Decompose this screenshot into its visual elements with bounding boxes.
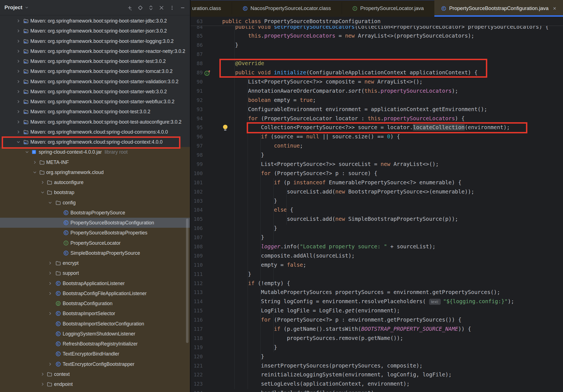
code-line-119[interactable]: 119 } [191, 343, 563, 352]
code-line-121[interactable]: 121 insertPropertySources(propertySource… [191, 361, 563, 371]
tree-row-maven-org-springframework-cloud-spring-c[interactable]: Maven: org.springframework.cloud:spring-… [0, 127, 190, 137]
chevron-right-icon[interactable] [16, 109, 21, 114]
tree-scrollbar[interactable] [186, 219, 189, 343]
code-line-89[interactable]: 89I public void initialize(ConfigurableA… [191, 68, 563, 77]
tree-row-bootstrapconfiguration[interactable]: @BootstrapConfiguration [0, 298, 190, 308]
implements-method-icon[interactable]: I [204, 70, 211, 79]
code-editor[interactable]: 84 public void setPropertySourceLocators… [191, 17, 563, 392]
chevron-down-icon[interactable] [25, 150, 30, 155]
code-line-115[interactable]: 115 LogFile logFile = LogFile.get(enviro… [191, 306, 563, 315]
close-icon[interactable]: × [553, 6, 556, 11]
code-line-104[interactable]: 104 else { [191, 205, 563, 215]
code-line-96[interactable]: 96 if (source == null || source.size() =… [191, 132, 563, 141]
more-options-icon[interactable] [169, 4, 175, 11]
hide-panel-icon[interactable] [179, 4, 186, 11]
code-line-99[interactable]: 99 List<PropertySource<?>> sourceList = … [191, 160, 563, 169]
tree-row-meta-inf[interactable]: META-INF [0, 157, 190, 167]
chevron-right-icon[interactable] [48, 261, 53, 266]
chevron-right-icon[interactable] [16, 69, 21, 74]
chevron-right-icon[interactable] [48, 281, 53, 286]
chevron-right-icon[interactable] [16, 18, 21, 23]
project-panel-title[interactable]: Project [4, 4, 22, 11]
code-line-110[interactable]: 110 empty = false; [191, 261, 563, 270]
code-line-94[interactable]: 94 for (PropertySourceLocator locator : … [191, 114, 563, 123]
expand-all-icon[interactable] [148, 4, 154, 11]
code-line-113[interactable]: 113 MutablePropertySources propertySourc… [191, 288, 563, 297]
tree-row-textencryptorbindhandler[interactable]: CTextEncryptorBindHandler [0, 349, 190, 359]
tree-row-simplebootstrappropertysource[interactable]: CSimpleBootstrapPropertySource [0, 248, 190, 258]
tree-row-propertysourcebootstrapconfiguration[interactable]: CPropertySourceBootstrapConfiguration [0, 218, 190, 228]
code-line-95[interactable]: 95 Collection<PropertySource<?>> source … [191, 123, 563, 132]
code-line-101[interactable]: 101 if (p instanceof EnumerablePropertyS… [191, 178, 563, 187]
tree-row-bootstrapapplicationlistener[interactable]: CBootstrapApplicationListener [0, 278, 190, 288]
tree-row-encrypt[interactable]: encrypt [0, 258, 190, 268]
tree-row-bootstrappropertysource[interactable]: CBootstrapPropertySource [0, 208, 190, 218]
code-line-116[interactable]: 116 for (PropertySource<?> p : environme… [191, 315, 563, 325]
code-line-87[interactable]: 87 [191, 50, 563, 59]
chevron-right-icon[interactable] [40, 180, 45, 185]
code-line-102[interactable]: 102 sourceList.add(new BootstrapProperty… [191, 187, 563, 197]
chevron-right-icon[interactable] [16, 28, 21, 33]
tree-row-partial[interactable] [0, 389, 190, 392]
code-line-109[interactable]: 109 composite.addAll(sourceList); [191, 251, 563, 261]
chevron-right-icon[interactable] [32, 160, 37, 165]
code-line-112[interactable]: 112 if (!empty) { [191, 279, 563, 288]
code-line-123[interactable]: 123 setLogLevels(applicationContext, env… [191, 379, 563, 389]
chevron-down-icon[interactable] [40, 190, 45, 195]
chevron-right-icon[interactable] [16, 59, 21, 64]
code-line-97[interactable]: 97 continue; [191, 141, 563, 151]
tree-row-maven-org-springframework-boot-spring-bo[interactable]: Maven: org.springframework.boot:spring-b… [0, 36, 190, 46]
code-line-114[interactable]: 114 String logConfig = environment.resol… [191, 297, 563, 306]
tree-row-bootstrap[interactable]: bootstrap [0, 187, 190, 197]
tree-row-maven-org-springframework-boot-spring-bo[interactable]: Maven: org.springframework.boot:spring-b… [0, 26, 190, 36]
code-line-117[interactable]: 117 if (p.getName().startsWith(BOOTSTRAP… [191, 325, 563, 334]
tree-row-context[interactable]: context [0, 369, 190, 379]
chevron-right-icon[interactable] [16, 99, 21, 104]
chevron-right-icon[interactable] [48, 271, 53, 276]
tree-row-propertysourcelocator[interactable]: IPropertySourceLocator [0, 238, 190, 248]
tree-row-endpoint[interactable]: endpoint [0, 379, 190, 389]
chevron-down-icon[interactable] [25, 5, 29, 10]
code-line-91[interactable]: 91 AnnotationAwareOrderComparator.sort(t… [191, 87, 563, 96]
editor-tab-propertysourcelocator-java[interactable]: IPropertySourceLocator.java [342, 0, 434, 17]
tree-row-maven-org-springframework-boot-spring-bo[interactable]: Maven: org.springframework.boot:spring-b… [0, 97, 190, 107]
tree-row-bootstrapimportselector[interactable]: CBootstrapImportSelector [0, 308, 190, 318]
code-line-100[interactable]: 100 for (PropertySource<?> p : source) { [191, 169, 563, 178]
tree-row-propertysourcebootstrapproperties[interactable]: CPropertySourceBootstrapProperties [0, 228, 190, 238]
chevron-right-icon[interactable] [16, 129, 21, 134]
code-line-86[interactable]: 86 } [191, 41, 563, 50]
code-line-92[interactable]: 92 boolean empty = true; [191, 96, 563, 105]
tree-row-bootstrapconfigfileapplicationlistener[interactable]: CBootstrapConfigFileApplicationListener [0, 288, 190, 298]
add-icon[interactable] [126, 4, 133, 11]
chevron-right-icon[interactable] [48, 362, 53, 367]
tree-row-maven-org-springframework-boot-spring-bo[interactable]: Maven: org.springframework.boot:spring-b… [0, 87, 190, 97]
code-line-122[interactable]: 122 reinitializeLoggingSystem(environmen… [191, 370, 563, 379]
chevron-down-icon[interactable] [32, 170, 37, 175]
editor-tab-propertysourcebootstrapconfiguration-java[interactable]: CPropertySourceBootstrapConfiguration.ja… [434, 0, 563, 17]
code-line-120[interactable]: 120 } [191, 352, 563, 361]
chevron-right-icon[interactable] [48, 311, 53, 316]
sticky-declaration-line[interactable]: 63public class PropertySourceBootstrapCo… [191, 17, 563, 26]
editor-tab-nacospropertysourcelocator-class[interactable]: CNacosPropertySourceLocator.class [232, 0, 342, 17]
tree-row-autoconfigure[interactable]: autoconfigure [0, 177, 190, 187]
code-lines[interactable]: 84 public void setPropertySourceLocators… [191, 23, 563, 392]
code-line-105[interactable]: 105 sourceList.add(new SimpleBootstrapPr… [191, 215, 563, 224]
code-line-106[interactable]: 106 } [191, 224, 563, 233]
code-line-90[interactable]: 90 List<PropertySource<?>> composite = n… [191, 77, 563, 87]
tree-row-loggingsystemshutdownlistener[interactable]: CLoggingSystemShutdownListener [0, 329, 190, 339]
tree-row-textencryptorconfigbootstrapper[interactable]: CTextEncryptorConfigBootstrapper [0, 359, 190, 369]
locate-file-icon[interactable] [137, 4, 144, 11]
code-line-98[interactable]: 98 } [191, 151, 563, 160]
tree-row-config[interactable]: config [0, 198, 190, 208]
chevron-down-icon[interactable] [16, 139, 21, 144]
code-line-93[interactable]: 93 ConfigurableEnvironment environment =… [191, 105, 563, 114]
code-line-111[interactable]: 111 } [191, 270, 563, 279]
tree-row-refreshbootstrapregistryinitializer[interactable]: CRefreshBootstrapRegistryInitializer [0, 339, 190, 349]
code-line-88[interactable]: 88 @Override [191, 59, 563, 68]
tree-row-maven-org-springframework-boot-spring-bo[interactable]: Maven: org.springframework.boot:spring-b… [0, 16, 190, 26]
chevron-right-icon[interactable] [40, 372, 45, 377]
tree-row-org-springframework-cloud[interactable]: org.springframework.cloud [0, 167, 190, 177]
code-line-124[interactable]: 124 handleIncludedProfiles(environment); [191, 389, 563, 392]
tree-row-maven-org-springframework-boot-spring-bo[interactable]: Maven: org.springframework.boot:spring-b… [0, 46, 190, 56]
code-line-85[interactable]: 85 this.propertySourceLocators = new Arr… [191, 31, 563, 41]
